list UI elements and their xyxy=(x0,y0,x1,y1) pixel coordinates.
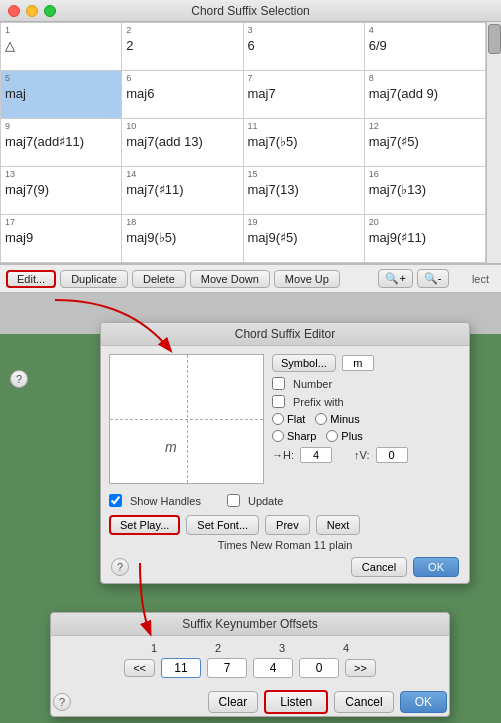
chord-cell-8[interactable]: 8maj7(add 9) xyxy=(365,71,486,119)
select-label: lect xyxy=(453,270,496,288)
number-label: Number xyxy=(293,378,332,390)
listen-button[interactable]: Listen xyxy=(264,690,328,714)
kn-col-label-4: 4 xyxy=(326,642,366,654)
chord-cell-10[interactable]: 10maj7(add 13) xyxy=(122,119,243,167)
v-label: ↑V: xyxy=(354,449,370,461)
toolbar: Edit... Duplicate Delete Move Down Move … xyxy=(0,264,501,293)
kn-input-2[interactable] xyxy=(207,658,247,678)
canvas-preview-text: m xyxy=(165,439,177,455)
chord-cell-15[interactable]: 15maj7(13) xyxy=(244,167,365,215)
kn-col-headers: 1234 xyxy=(61,642,439,654)
kn-col-label-3: 3 xyxy=(262,642,302,654)
title-bar: Chord Suffix Selection xyxy=(0,0,501,22)
chord-cell-6[interactable]: 6maj6 xyxy=(122,71,243,119)
h-input[interactable] xyxy=(300,447,332,463)
update-checkbox[interactable] xyxy=(227,494,240,507)
editor-cancel-button[interactable]: Cancel xyxy=(351,557,407,577)
keynumber-help-button[interactable]: ? xyxy=(53,693,71,711)
chord-cell-1[interactable]: 1△ xyxy=(1,23,122,71)
canvas-v-guideline xyxy=(187,355,188,483)
set-play-button[interactable]: Set Play... xyxy=(109,515,180,535)
chord-cell-12[interactable]: 12maj7(♯5) xyxy=(365,119,486,167)
chord-cell-17[interactable]: 17maj9 xyxy=(1,215,122,263)
symbol-input[interactable] xyxy=(342,355,374,371)
chord-cell-13[interactable]: 13maj7(9) xyxy=(1,167,122,215)
prefix-label: Prefix with xyxy=(293,396,344,408)
h-label: →H: xyxy=(272,449,294,461)
show-handles-label: Show Handles xyxy=(130,495,201,507)
chord-cell-19[interactable]: 19maj9(♯5) xyxy=(244,215,365,263)
keynumber-title: Suffix Keynumber Offsets xyxy=(51,613,449,636)
chord-cell-14[interactable]: 14maj7(♯11) xyxy=(122,167,243,215)
editor-ok-button[interactable]: OK xyxy=(413,557,459,577)
flat-label: Flat xyxy=(287,413,305,425)
delete-button[interactable]: Delete xyxy=(132,270,186,288)
kn-col-label-2: 2 xyxy=(198,642,238,654)
scrollbar-track[interactable] xyxy=(486,22,501,263)
window-title: Chord Suffix Selection xyxy=(191,4,310,18)
minus-radio[interactable] xyxy=(315,413,327,425)
kn-cancel-button[interactable]: Cancel xyxy=(334,691,393,713)
chord-cell-3[interactable]: 36 xyxy=(244,23,365,71)
duplicate-button[interactable]: Duplicate xyxy=(60,270,128,288)
flat-radio[interactable] xyxy=(272,413,284,425)
chord-cell-16[interactable]: 16maj7(♭13) xyxy=(365,167,486,215)
kn-input-3[interactable] xyxy=(253,658,293,678)
chord-cell-4[interactable]: 46/9 xyxy=(365,23,486,71)
plus-radio[interactable] xyxy=(326,430,338,442)
plus-label: Plus xyxy=(341,430,362,442)
symbol-button[interactable]: Symbol... xyxy=(272,354,336,372)
kn-prev-button[interactable]: << xyxy=(124,659,155,677)
kn-next-button[interactable]: >> xyxy=(345,659,376,677)
v-input[interactable] xyxy=(376,447,408,463)
kn-ok-button[interactable]: OK xyxy=(400,691,447,713)
chord-cell-9[interactable]: 9maj7(add♯11) xyxy=(1,119,122,167)
editor-canvas: m xyxy=(109,354,264,484)
zoom-out-button[interactable]: 🔍- xyxy=(417,269,449,288)
edit-button[interactable]: Edit... xyxy=(6,270,56,288)
zoom-in-button[interactable]: 🔍+ xyxy=(378,269,412,288)
chord-cell-7[interactable]: 7maj7 xyxy=(244,71,365,119)
sharp-radio[interactable] xyxy=(272,430,284,442)
chord-cell-11[interactable]: 11maj7(♭5) xyxy=(244,119,365,167)
chord-grid: 1△223646/95maj6maj67maj78maj7(add 9)9maj… xyxy=(0,22,486,263)
editor-panel: Chord Suffix Editor m Symbol... Number P… xyxy=(100,322,470,584)
prev-button[interactable]: Prev xyxy=(265,515,310,535)
chord-cell-5[interactable]: 5maj xyxy=(1,71,122,119)
prefix-checkbox[interactable] xyxy=(272,395,285,408)
kn-input-4[interactable] xyxy=(299,658,339,678)
chord-cell-2[interactable]: 22 xyxy=(122,23,243,71)
kn-input-row: <<>> xyxy=(61,658,439,678)
close-button[interactable] xyxy=(8,5,20,17)
chord-cell-18[interactable]: 18maj9(♭5) xyxy=(122,215,243,263)
clear-button[interactable]: Clear xyxy=(208,691,259,713)
kn-btn-row: ? Clear Listen Cancel OK xyxy=(51,690,449,716)
chord-cell-20[interactable]: 20maj9(♯11) xyxy=(365,215,486,263)
kn-col-label-1: 1 xyxy=(134,642,174,654)
update-label: Update xyxy=(248,495,283,507)
editor-help-button[interactable]: ? xyxy=(111,558,129,576)
set-font-button[interactable]: Set Font... xyxy=(186,515,259,535)
show-handles-checkbox[interactable] xyxy=(109,494,122,507)
number-checkbox[interactable] xyxy=(272,377,285,390)
minus-label: Minus xyxy=(330,413,359,425)
sharp-label: Sharp xyxy=(287,430,316,442)
traffic-lights[interactable] xyxy=(8,5,56,17)
next-button[interactable]: Next xyxy=(316,515,361,535)
kn-input-1[interactable] xyxy=(161,658,201,678)
minimize-button[interactable] xyxy=(26,5,38,17)
editor-title: Chord Suffix Editor xyxy=(101,323,469,346)
maximize-button[interactable] xyxy=(44,5,56,17)
scrollbar-thumb[interactable] xyxy=(488,24,501,54)
font-info: Times New Roman 11 plain xyxy=(218,539,353,551)
keynumber-panel: Suffix Keynumber Offsets 1234 <<>> ? Cle… xyxy=(50,612,450,717)
help-button-main[interactable]: ? xyxy=(10,370,28,388)
move-up-button[interactable]: Move Up xyxy=(274,270,340,288)
editor-controls: Symbol... Number Prefix with Flat Minus xyxy=(272,354,461,484)
move-down-button[interactable]: Move Down xyxy=(190,270,270,288)
